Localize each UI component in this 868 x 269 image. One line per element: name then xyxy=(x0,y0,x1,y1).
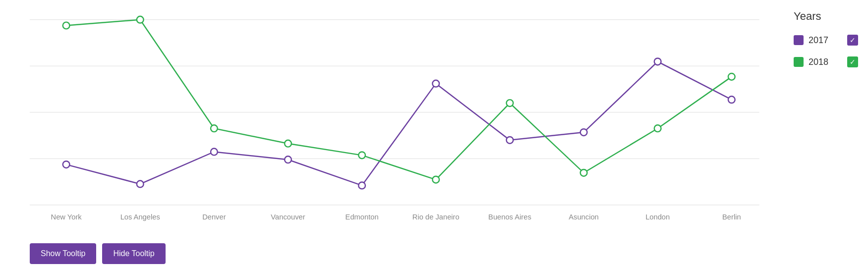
x-label-buenos-aires: Buenos Aires xyxy=(488,213,531,221)
legend-title: Years xyxy=(794,10,858,23)
legend-check-2017[interactable]: ✓ xyxy=(847,35,858,46)
line-chart: 8K 6K 4K 2K 0 New York Los Angeles Denve… xyxy=(30,10,779,229)
x-label-rio: Rio de Janeiro xyxy=(412,213,460,221)
dot-2018-9 xyxy=(728,73,735,80)
dot-2017-4 xyxy=(358,182,365,189)
legend-container: Years 2017 ✓ 2018 ✓ xyxy=(789,0,868,269)
hide-tooltip-button[interactable]: Hide Tooltip xyxy=(102,243,165,264)
dot-2017-3 xyxy=(285,156,291,163)
dot-2018-1 xyxy=(137,16,144,23)
x-label-new-york: New York xyxy=(51,213,82,221)
dot-2017-9 xyxy=(728,96,735,103)
dot-2018-5 xyxy=(432,176,439,183)
dot-2018-3 xyxy=(285,140,291,147)
dot-2017-5 xyxy=(432,80,439,87)
dot-2017-1 xyxy=(137,181,144,188)
x-label-edmonton: Edmonton xyxy=(346,213,379,221)
x-label-london: London xyxy=(645,213,670,221)
dot-2018-0 xyxy=(63,22,70,29)
dot-2018-2 xyxy=(211,125,218,132)
buttons-area: Show Tooltip Hide Tooltip xyxy=(30,243,166,264)
dot-2018-7 xyxy=(580,169,587,176)
show-tooltip-button[interactable]: Show Tooltip xyxy=(30,243,96,264)
dot-2017-7 xyxy=(580,129,587,136)
dot-2017-2 xyxy=(211,149,218,156)
legend-check-2018[interactable]: ✓ xyxy=(847,56,858,67)
dot-2018-6 xyxy=(507,100,514,107)
x-label-vancouver: Vancouver xyxy=(271,213,305,221)
dot-2017-6 xyxy=(507,137,514,144)
dot-2018-8 xyxy=(654,125,661,132)
dot-2018-4 xyxy=(358,152,365,159)
legend-label-2017: 2017 xyxy=(809,35,828,46)
dot-2017-0 xyxy=(63,161,70,168)
series-2018-line xyxy=(66,20,732,180)
legend-label-2018: 2018 xyxy=(809,57,828,67)
dot-2017-8 xyxy=(654,58,661,65)
x-label-berlin: Berlin xyxy=(722,213,741,221)
x-label-denver: Denver xyxy=(202,213,226,221)
legend-item-2017: 2017 ✓ xyxy=(794,35,858,46)
chart-container: 8K 6K 4K 2K 0 New York Los Angeles Denve… xyxy=(0,0,789,269)
x-label-los-angeles: Los Angeles xyxy=(120,213,160,221)
x-label-asuncion: Asuncion xyxy=(569,213,599,221)
legend-color-2018 xyxy=(794,57,804,67)
legend-color-2017 xyxy=(794,35,804,45)
legend-item-2018: 2018 ✓ xyxy=(794,56,858,67)
